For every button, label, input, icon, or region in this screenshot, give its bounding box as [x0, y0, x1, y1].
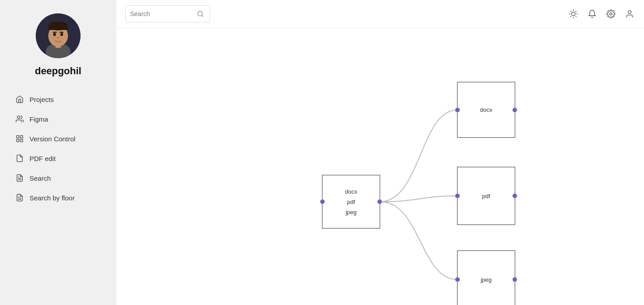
target-jpeg-left-dot — [455, 277, 460, 282]
svg-line-25 — [571, 11, 571, 12]
avatar — [36, 13, 80, 58]
svg-point-8 — [57, 37, 59, 39]
sidebar-item-version-control[interactable]: Version Control — [9, 130, 107, 148]
svg-point-22 — [572, 12, 575, 16]
svg-rect-14 — [21, 140, 23, 142]
svg-rect-7 — [59, 32, 64, 33]
source-left-dot — [320, 199, 325, 204]
source-right-dot — [377, 199, 382, 204]
search-icon — [195, 8, 205, 19]
svg-point-32 — [628, 11, 631, 14]
sidebar-item-projects[interactable]: Projects — [9, 90, 107, 108]
target-jpeg-label: jpeg — [481, 276, 492, 283]
sidebar-item-figma-label: Figma — [30, 115, 48, 123]
connections-svg — [116, 28, 644, 305]
target-docx-right-dot — [513, 108, 517, 112]
svg-rect-12 — [17, 136, 19, 138]
svg-line-21 — [202, 15, 203, 17]
sidebar-item-search[interactable]: Search — [9, 169, 107, 187]
svg-point-31 — [610, 13, 612, 15]
sidebar: deepgohil Projects Figma — [0, 0, 116, 305]
sidebar-item-projects-label: Projects — [30, 96, 54, 103]
svg-rect-13 — [21, 136, 23, 138]
diagram-canvas: docx pdf jpeg docx pdf jpeg — [116, 28, 644, 305]
target-node-docx[interactable]: docx — [457, 82, 515, 138]
source-label-jpeg: jpeg — [346, 209, 357, 216]
svg-rect-10 — [48, 25, 68, 30]
header — [116, 0, 644, 28]
sidebar-item-version-control-label: Version Control — [30, 135, 76, 143]
target-node-jpeg[interactable]: jpeg — [457, 250, 515, 305]
target-docx-left-dot — [455, 108, 460, 112]
target-docx-label: docx — [480, 106, 492, 113]
target-node-pdf[interactable]: pdf — [457, 167, 515, 225]
settings-icon[interactable] — [606, 8, 616, 19]
svg-rect-6 — [53, 32, 57, 33]
search-input[interactable] — [130, 10, 193, 17]
sidebar-item-search-label: Search — [30, 174, 51, 182]
sidebar-item-figma[interactable]: Figma — [9, 110, 107, 128]
source-label-docx: docx — [345, 188, 357, 195]
svg-line-26 — [576, 16, 576, 17]
home-icon — [15, 95, 24, 104]
svg-rect-15 — [17, 140, 19, 142]
file-text-icon-search — [15, 174, 24, 182]
target-jpeg-right-dot — [513, 277, 517, 282]
username: deepgohil — [35, 65, 81, 77]
search-bar[interactable] — [125, 5, 210, 22]
source-node[interactable]: docx pdf jpeg — [322, 175, 380, 229]
grid-icon — [15, 134, 24, 143]
main-area: docx pdf jpeg docx pdf jpeg — [116, 0, 644, 305]
header-icons — [568, 8, 635, 19]
target-pdf-left-dot — [455, 194, 460, 198]
file-text-icon-floor — [15, 193, 24, 202]
file-icon — [15, 154, 24, 163]
nav-menu: Projects Figma Version Control — [0, 90, 116, 207]
bell-icon[interactable] — [587, 8, 597, 19]
svg-point-5 — [60, 33, 63, 36]
svg-line-29 — [571, 16, 571, 17]
svg-line-30 — [576, 11, 576, 12]
sun-icon[interactable] — [568, 8, 579, 19]
svg-point-11 — [17, 116, 20, 119]
user-icon[interactable] — [624, 8, 635, 19]
svg-point-4 — [53, 33, 56, 36]
users-icon — [15, 114, 24, 123]
sidebar-item-search-by-floor-label: Search by floor — [30, 194, 75, 202]
target-pdf-right-dot — [513, 194, 517, 198]
sidebar-item-search-by-floor[interactable]: Search by floor — [9, 189, 107, 207]
sidebar-item-pdf-edit-label: PDF edit — [30, 155, 55, 162]
target-pdf-label: pdf — [482, 193, 490, 199]
sidebar-item-pdf-edit[interactable]: PDF edit — [9, 149, 107, 167]
source-label-pdf: pdf — [347, 199, 355, 205]
